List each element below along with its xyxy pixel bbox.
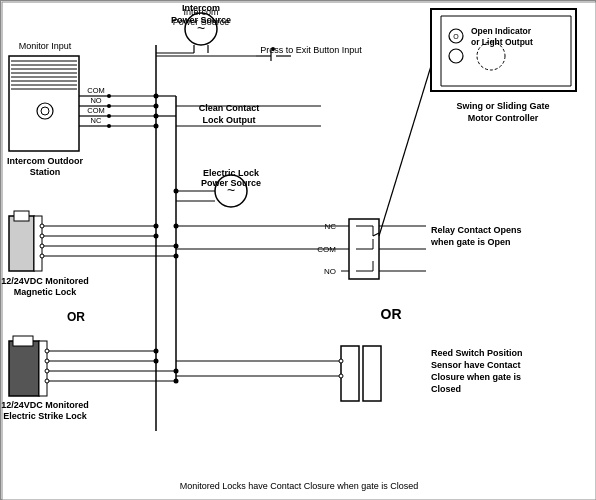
- svg-point-49: [40, 224, 44, 228]
- svg-point-69: [45, 379, 49, 383]
- svg-point-55: [40, 254, 44, 258]
- svg-point-129: [154, 224, 159, 229]
- svg-point-51: [40, 234, 44, 238]
- svg-text:Closure when gate is: Closure when gate is: [431, 372, 521, 382]
- svg-text:Power Source: Power Source: [171, 15, 231, 25]
- svg-text:NC: NC: [91, 116, 102, 125]
- svg-point-133: [174, 244, 179, 249]
- svg-text:Reed Switch Position: Reed Switch Position: [431, 348, 523, 358]
- svg-point-147: [174, 369, 179, 374]
- svg-text:Intercom: Intercom: [182, 3, 220, 13]
- svg-text:COM: COM: [87, 106, 105, 115]
- svg-text:Intercom Outdoor: Intercom Outdoor: [7, 156, 83, 166]
- svg-text:Motor Controller: Motor Controller: [468, 113, 539, 123]
- svg-text:Swing or Sliding Gate: Swing or Sliding Gate: [456, 101, 549, 111]
- svg-point-144: [154, 359, 159, 364]
- svg-point-134: [174, 254, 179, 259]
- svg-text:12/24VDC Monitored: 12/24VDC Monitored: [1, 276, 89, 286]
- svg-point-148: [174, 379, 179, 384]
- svg-text:when gate is Open: when gate is Open: [430, 237, 511, 247]
- svg-text:Lock Output: Lock Output: [203, 115, 256, 125]
- svg-text:Monitored Locks have Contact C: Monitored Locks have Contact Closure whe…: [180, 481, 419, 491]
- svg-text:Electric Strike Lock: Electric Strike Lock: [3, 411, 88, 421]
- svg-text:NO: NO: [90, 96, 101, 105]
- svg-point-114: [154, 104, 159, 109]
- svg-text:O: O: [453, 33, 459, 40]
- svg-point-103: [339, 374, 343, 378]
- svg-text:Clean Contact: Clean Contact: [199, 103, 260, 113]
- svg-text:Magnetic Lock: Magnetic Lock: [14, 287, 78, 297]
- svg-rect-60: [13, 336, 33, 346]
- svg-point-118: [154, 124, 159, 129]
- svg-text:Open Indicator: Open Indicator: [471, 26, 532, 36]
- svg-point-143: [154, 349, 159, 354]
- svg-text:Power Source: Power Source: [201, 178, 261, 188]
- svg-rect-45: [9, 216, 34, 271]
- svg-rect-99: [363, 346, 381, 401]
- svg-text:Closed: Closed: [431, 384, 461, 394]
- svg-point-11: [41, 107, 49, 115]
- svg-point-130: [154, 234, 159, 239]
- svg-point-101: [339, 359, 343, 363]
- svg-text:Station: Station: [30, 167, 61, 177]
- svg-text:OR: OR: [381, 306, 402, 322]
- svg-text:or Light Output: or Light Output: [471, 37, 533, 47]
- svg-rect-59: [9, 341, 39, 396]
- svg-point-53: [40, 244, 44, 248]
- svg-text:OR: OR: [67, 310, 85, 324]
- svg-rect-98: [341, 346, 359, 401]
- svg-point-75: [449, 49, 463, 63]
- svg-text:NO: NO: [324, 267, 336, 276]
- svg-text:Sensor have Contact: Sensor have Contact: [431, 360, 521, 370]
- svg-point-65: [45, 359, 49, 363]
- svg-point-126: [174, 189, 179, 194]
- svg-text:Press to Exit Button Input: Press to Exit Button Input: [260, 45, 362, 55]
- svg-text:12/24VDC Monitored: 12/24VDC Monitored: [1, 400, 89, 410]
- svg-text:COM: COM: [87, 86, 105, 95]
- svg-rect-46: [14, 211, 29, 221]
- wiring-diagram: Monitor Input COM NO COM NC Intercom Out…: [0, 0, 596, 500]
- svg-text:Electric Lock: Electric Lock: [203, 168, 260, 178]
- svg-point-63: [45, 349, 49, 353]
- svg-text:Relay Contact Opens: Relay Contact Opens: [431, 225, 522, 235]
- svg-point-67: [45, 369, 49, 373]
- monitor-input-label: Monitor Input: [19, 41, 72, 51]
- svg-point-140: [174, 224, 179, 229]
